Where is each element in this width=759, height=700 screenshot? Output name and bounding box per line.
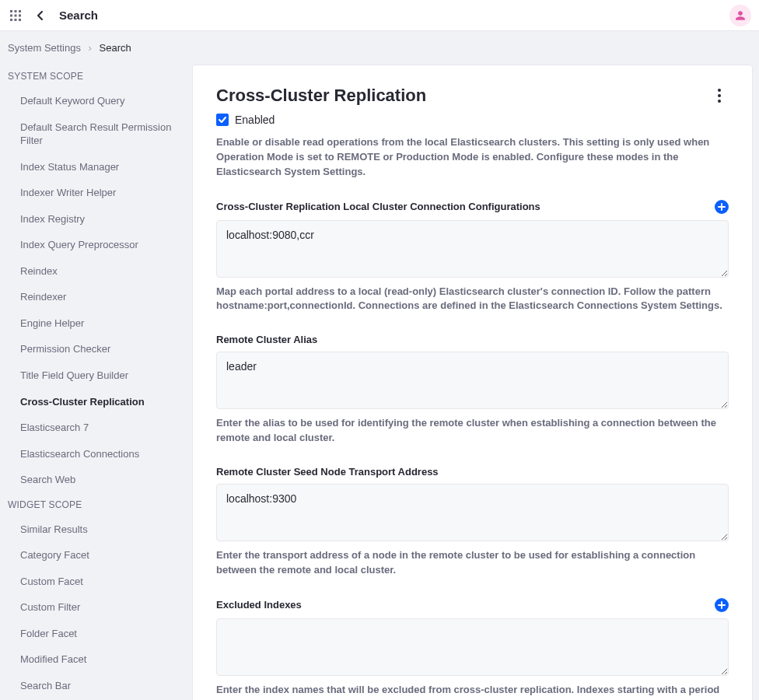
field-block: Remote Cluster AliasEnter the alias to b… (216, 334, 729, 446)
field-label: Remote Cluster Seed Node Transport Addre… (216, 466, 439, 478)
sidebar-item-reindexer[interactable]: Reindexer (8, 284, 184, 310)
breadcrumb-parent[interactable]: System Settings (8, 42, 81, 54)
sidebar-item-engine-helper[interactable]: Engine Helper (8, 310, 184, 337)
field-label: Excluded Indexes (216, 599, 302, 611)
svg-point-11 (718, 100, 721, 103)
sidebar-item-modified-facet[interactable]: Modified Facet (8, 646, 184, 673)
svg-rect-6 (10, 19, 12, 21)
svg-rect-2 (19, 10, 21, 12)
main-panel: Cross-Cluster Replication Enabled Enable… (192, 65, 753, 700)
breadcrumb: System Settings › Search (0, 31, 759, 65)
sidebar-group-title: WIDGET SCOPE (8, 493, 184, 516)
svg-rect-3 (10, 14, 12, 16)
svg-rect-5 (19, 14, 21, 16)
add-icon[interactable] (715, 200, 729, 214)
kebab-menu-icon[interactable] (710, 86, 729, 105)
back-icon[interactable] (33, 8, 48, 23)
sidebar-item-custom-filter[interactable]: Custom Filter (8, 594, 184, 621)
field-block: Cross-Cluster Replication Local Cluster … (216, 200, 729, 314)
sidebar-item-custom-facet[interactable]: Custom Facet (8, 569, 184, 595)
field-label: Cross-Cluster Replication Local Cluster … (216, 201, 540, 212)
field-help: Enter the transport address of a node in… (216, 548, 729, 578)
sidebar-item-default-search-result-permission-filter[interactable]: Default Search Result Permission Filter (8, 114, 184, 154)
sidebar-item-search-web[interactable]: Search Web (8, 467, 184, 493)
chevron-right-icon: › (89, 42, 92, 54)
svg-rect-8 (19, 19, 21, 21)
sidebar-item-index-status-manager[interactable]: Index Status Manager (8, 154, 184, 180)
sidebar-item-default-keyword-query[interactable]: Default Keyword Query (8, 88, 184, 114)
sidebar-item-search-bar[interactable]: Search Bar (8, 673, 184, 699)
form-description: Enable or disable read operations from t… (216, 135, 729, 180)
sidebar-item-elasticsearch-7[interactable]: Elasticsearch 7 (8, 415, 184, 441)
sidebar: SYSTEM SCOPEDefault Keyword QueryDefault… (0, 65, 192, 700)
page-title: Search (59, 9, 98, 22)
field-help: Enter the alias to be used for identifyi… (216, 416, 729, 446)
breadcrumb-current: Search (100, 42, 131, 54)
field-help: Map each portal address to a local (read… (216, 285, 729, 314)
svg-rect-4 (15, 14, 17, 16)
field-input[interactable] (216, 220, 729, 278)
svg-point-10 (718, 94, 721, 97)
svg-rect-7 (15, 19, 17, 21)
field-input[interactable] (216, 352, 729, 409)
sidebar-item-cross-cluster-replication[interactable]: Cross-Cluster Replication (8, 389, 184, 415)
form-title: Cross-Cluster Replication (216, 86, 426, 106)
svg-point-9 (718, 89, 721, 92)
field-input[interactable] (216, 484, 729, 541)
field-help: Enter the index names that will be exclu… (216, 683, 729, 700)
field-block: Remote Cluster Seed Node Transport Addre… (216, 466, 729, 578)
sidebar-item-reindex[interactable]: Reindex (8, 258, 184, 285)
enabled-checkbox[interactable] (216, 114, 229, 126)
user-avatar[interactable] (729, 5, 751, 26)
field-label: Remote Cluster Alias (216, 334, 317, 345)
sidebar-item-index-registry[interactable]: Index Registry (8, 206, 184, 233)
sidebar-item-permission-checker[interactable]: Permission Checker (8, 336, 184, 362)
svg-rect-1 (15, 10, 17, 12)
sidebar-item-category-facet[interactable]: Category Facet (8, 542, 184, 569)
field-input[interactable] (216, 618, 729, 676)
enabled-label: Enabled (235, 114, 275, 126)
field-block: Excluded IndexesEnter the index names th… (216, 598, 729, 700)
sidebar-item-similar-results[interactable]: Similar Results (8, 516, 184, 543)
sidebar-item-indexer-writer-helper[interactable]: Indexer Writer Helper (8, 180, 184, 206)
top-bar: Search (0, 0, 759, 31)
sidebar-item-folder-facet[interactable]: Folder Facet (8, 621, 184, 647)
svg-rect-0 (10, 10, 12, 12)
apps-grid-icon[interactable] (8, 8, 23, 23)
add-icon[interactable] (715, 598, 729, 612)
sidebar-item-index-query-preprocessor[interactable]: Index Query Preprocessor (8, 232, 184, 258)
sidebar-item-title-field-query-builder[interactable]: Title Field Query Builder (8, 362, 184, 389)
sidebar-item-elasticsearch-connections[interactable]: Elasticsearch Connections (8, 441, 184, 467)
sidebar-group-title: SYSTEM SCOPE (8, 65, 184, 88)
